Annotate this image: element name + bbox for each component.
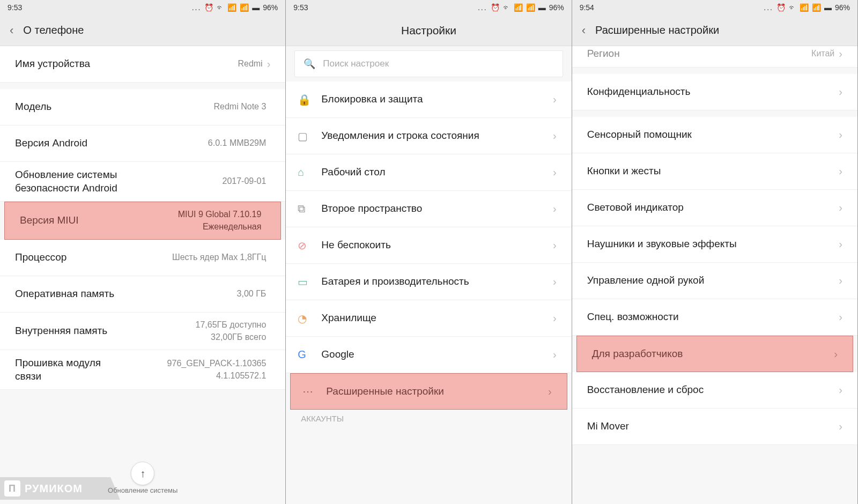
- chevron-right-icon: ›: [839, 384, 842, 396]
- chevron-right-icon: ›: [553, 130, 557, 142]
- row-developer-options[interactable]: Для разработчиков ›: [576, 336, 853, 372]
- status-icons: ... ⏰ᯤ📶📶 ▬96%: [192, 3, 278, 12]
- row-ram[interactable]: Оперативная память 3,00 ГБ: [0, 276, 285, 313]
- row-backup-reset[interactable]: Восстановление и сброс ›: [572, 372, 857, 409]
- status-bar: 9:54 ... ⏰ᯤ📶📶 ▬96%: [572, 0, 857, 15]
- page-title: Расширенные настройки: [595, 24, 719, 36]
- chevron-right-icon: ›: [553, 276, 557, 288]
- row-model[interactable]: Модель Redmi Note 3: [0, 89, 285, 125]
- row-buttons-gestures[interactable]: Кнопки и жесты ›: [572, 153, 857, 190]
- row-one-hand[interactable]: Управление одной рукой ›: [572, 263, 857, 299]
- row-dnd[interactable]: ⊘ Не беспокоить ›: [286, 227, 571, 264]
- storage-icon: ◔: [298, 312, 321, 325]
- row-lock-security[interactable]: 🔒 Блокировка и защита ›: [286, 81, 571, 118]
- second-space-icon: ⧉: [298, 203, 321, 215]
- lock-icon: 🔒: [298, 93, 321, 106]
- row-cpu[interactable]: Процессор Шесть ядер Max 1,8ГГц: [0, 240, 285, 276]
- status-time: 9:53: [8, 3, 22, 12]
- row-mi-mover[interactable]: Mi Mover ›: [572, 409, 857, 445]
- chevron-right-icon: ›: [839, 129, 842, 141]
- chevron-right-icon: ›: [553, 312, 557, 324]
- row-android[interactable]: Версия Android 6.0.1 MMB29M: [0, 125, 285, 162]
- row-advanced-settings[interactable]: ⋯ Расширенные настройки ›: [290, 373, 567, 410]
- more-icon: ⋯: [302, 385, 326, 398]
- chevron-right-icon: ›: [267, 58, 271, 70]
- arrow-up-icon[interactable]: ↑: [131, 462, 154, 485]
- row-second-space[interactable]: ⧉ Второе пространство ›: [286, 191, 571, 227]
- screen-advanced-settings: 9:54 ... ⏰ᯤ📶📶 ▬96% ‹ Расширенные настрой…: [572, 0, 858, 504]
- chevron-right-icon: ›: [834, 348, 838, 360]
- row-home[interactable]: ⌂ Рабочий стол ›: [286, 154, 571, 191]
- row-baseband[interactable]: Прошивка модуля связи 976_GEN_PACK-1.103…: [0, 350, 285, 390]
- row-device-name[interactable]: Имя устройства Redmi ›: [0, 46, 285, 83]
- page-title: О телефоне: [23, 24, 84, 36]
- row-storage[interactable]: ◔ Хранилище ›: [286, 300, 571, 337]
- chevron-right-icon: ›: [839, 48, 842, 60]
- row-battery[interactable]: ▭ Батарея и производительность ›: [286, 264, 571, 300]
- row-miui-version[interactable]: Версия MIUI MIUI 9 Global 7.10.19 Еженед…: [4, 202, 281, 240]
- back-icon[interactable]: ‹: [10, 24, 13, 38]
- chevron-right-icon: ›: [839, 311, 842, 323]
- notification-icon: ▢: [298, 130, 321, 143]
- search-icon: 🔍: [304, 58, 315, 70]
- chevron-right-icon: ›: [553, 349, 557, 361]
- row-region[interactable]: Регион Китай ›: [572, 46, 857, 68]
- row-touch-assistant[interactable]: Сенсорный помощник ›: [572, 117, 857, 153]
- chevron-right-icon: ›: [839, 202, 842, 214]
- row-accessibility[interactable]: Спец. возможности ›: [572, 299, 857, 336]
- row-security-update[interactable]: Обновление системы безопасности Android …: [0, 162, 285, 202]
- search-input[interactable]: 🔍 Поиск настроек: [294, 50, 563, 77]
- header: Настройки: [286, 15, 571, 46]
- header: ‹ О телефоне: [0, 15, 285, 46]
- chevron-right-icon: ›: [839, 165, 842, 177]
- home-icon: ⌂: [298, 166, 321, 179]
- chevron-right-icon: ›: [553, 203, 557, 215]
- screen-settings: 9:53 ... ⏰ᯤ📶📶 ▬96% Настройки 🔍 Поиск нас…: [286, 0, 572, 504]
- battery-icon: ▭: [298, 276, 321, 288]
- screen-about-phone: 9:53 ... ⏰ᯤ📶📶 ▬96% ‹ О телефоне Имя устр…: [0, 0, 286, 504]
- chevron-right-icon: ›: [548, 386, 552, 398]
- system-update-float[interactable]: ↑ Обновление системы: [108, 462, 177, 494]
- chevron-right-icon: ›: [839, 420, 842, 433]
- chevron-right-icon: ›: [553, 166, 557, 179]
- chevron-right-icon: ›: [839, 238, 842, 250]
- google-icon: G: [298, 349, 321, 361]
- chevron-right-icon: ›: [553, 93, 557, 106]
- status-bar: 9:53 ... ⏰ᯤ📶📶 ▬96%: [286, 0, 571, 15]
- chevron-right-icon: ›: [839, 275, 842, 287]
- status-bar: 9:53 ... ⏰ᯤ📶📶 ▬96%: [0, 0, 285, 15]
- row-headphones-audio[interactable]: Наушники и звуковые эффекты ›: [572, 226, 857, 263]
- rumikom-logo-icon: П: [4, 480, 20, 496]
- section-accounts: АККАУНТЫ: [286, 410, 571, 427]
- row-internal-storage[interactable]: Внутренняя память 17,65ГБ доступно 32,00…: [0, 313, 285, 350]
- watermark: П РУМИКОМ: [0, 477, 120, 500]
- chevron-right-icon: ›: [839, 86, 842, 98]
- back-icon[interactable]: ‹: [582, 24, 586, 38]
- row-led[interactable]: Световой индикатор ›: [572, 190, 857, 226]
- page-title: Настройки: [401, 24, 456, 37]
- chevron-right-icon: ›: [553, 239, 557, 251]
- row-notifications[interactable]: ▢ Уведомления и строка состояния ›: [286, 118, 571, 154]
- row-privacy[interactable]: Конфиденциальность ›: [572, 74, 857, 110]
- row-google[interactable]: G Google ›: [286, 337, 571, 373]
- header: ‹ Расширенные настройки: [572, 15, 857, 46]
- dnd-icon: ⊘: [298, 239, 321, 252]
